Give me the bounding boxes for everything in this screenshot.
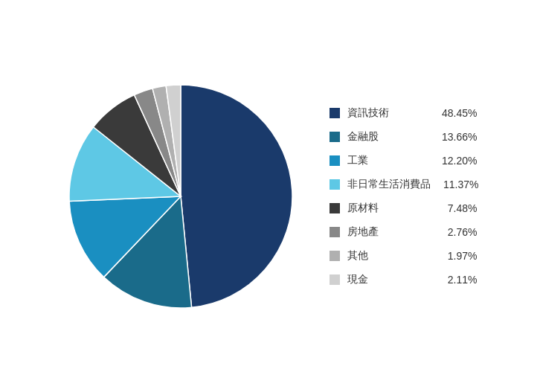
legend-color-box bbox=[330, 132, 340, 142]
legend-value: 1.97% bbox=[437, 250, 478, 262]
legend-value: 11.37% bbox=[438, 179, 479, 190]
legend-label: 工業 bbox=[347, 154, 429, 167]
legend-color-box bbox=[330, 251, 340, 261]
legend-item: 其他1.97% bbox=[330, 249, 479, 263]
legend-label: 金融股 bbox=[347, 130, 429, 144]
legend-label: 房地產 bbox=[347, 225, 429, 239]
legend-item: 原材料7.48% bbox=[330, 202, 479, 215]
legend: 資訊技術48.45%金融股13.66%工業12.20%非日常生活消費品11.37… bbox=[330, 106, 479, 286]
legend-label: 資訊技術 bbox=[347, 106, 429, 120]
legend-item: 非日常生活消費品11.37% bbox=[330, 178, 479, 191]
legend-item: 金融股13.66% bbox=[330, 130, 479, 144]
legend-value: 2.11% bbox=[437, 274, 478, 286]
legend-value: 2.76% bbox=[437, 226, 478, 238]
pie-segment bbox=[181, 85, 292, 307]
legend-color-box bbox=[330, 155, 340, 166]
legend-color-box bbox=[330, 108, 340, 118]
pie-svg bbox=[62, 77, 300, 315]
legend-color-box bbox=[330, 179, 340, 190]
legend-color-box bbox=[330, 274, 340, 285]
legend-value: 13.66% bbox=[437, 131, 478, 143]
legend-item: 資訊技術48.45% bbox=[330, 106, 479, 120]
legend-value: 12.20% bbox=[437, 155, 478, 167]
legend-value: 48.45% bbox=[437, 107, 478, 119]
legend-color-box bbox=[330, 227, 340, 237]
legend-label: 其他 bbox=[347, 249, 429, 263]
legend-item: 現金2.11% bbox=[330, 273, 479, 286]
legend-color-box bbox=[330, 203, 340, 213]
pie-chart bbox=[62, 77, 300, 315]
legend-item: 工業12.20% bbox=[330, 154, 479, 167]
legend-label: 現金 bbox=[347, 273, 429, 286]
chart-container: 資訊技術48.45%金融股13.66%工業12.20%非日常生活消費品11.37… bbox=[0, 0, 540, 392]
legend-item: 房地產2.76% bbox=[330, 225, 479, 239]
legend-label: 原材料 bbox=[347, 202, 429, 215]
legend-label: 非日常生活消費品 bbox=[347, 178, 431, 191]
legend-value: 7.48% bbox=[437, 202, 478, 214]
